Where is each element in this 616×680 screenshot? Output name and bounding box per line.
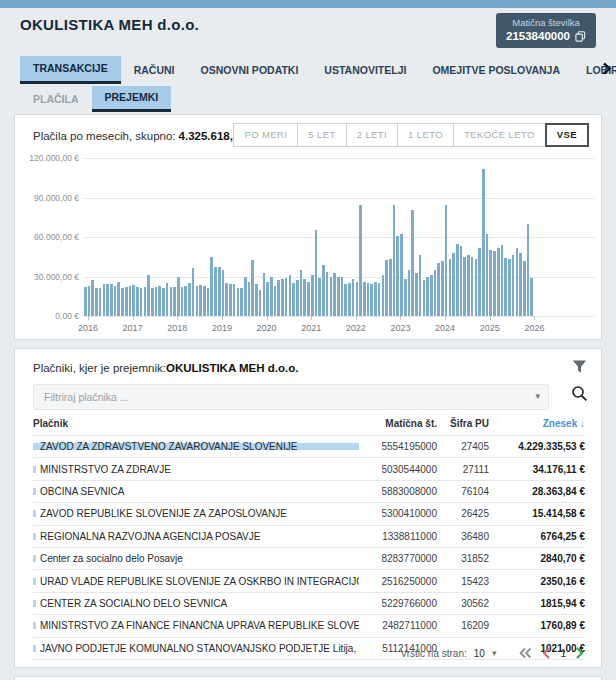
pager-current-page[interactable]: 1 — [560, 648, 566, 659]
range-button-2-leti[interactable]: 2 LETI — [346, 123, 398, 147]
payer-name: MINISTRSTVO ZA FINANCE FINANČNA UPRAVA R… — [40, 620, 359, 631]
y-axis-tick-label: 0,00 € — [17, 311, 79, 321]
payer-maticna: 5229766000 — [359, 598, 437, 609]
chart-bar — [408, 270, 411, 316]
chart-bar — [489, 250, 492, 316]
chart-bar — [389, 259, 392, 316]
payer-maticna: 8283770000 — [359, 553, 437, 564]
payer-name: MINISTRSTVO ZA ZDRAVJE — [40, 464, 171, 475]
table-row[interactable]: OBČINA SEVNICA58830080007610428.363,84 € — [33, 480, 585, 502]
chart-bar — [363, 282, 366, 316]
payers-title-recipient: OKULISTIKA MEH d.o.o. — [166, 362, 298, 374]
chart-bar — [170, 287, 173, 316]
table-row[interactable]: MINISTRSTVO ZA ZDRAVJE50305440002711134.… — [33, 457, 585, 479]
rows-per-page-value: 10 — [474, 648, 485, 659]
table-row[interactable]: ZAVOD ZA ZDRAVSTVENO ZAVAROVANJE SLOVENI… — [33, 435, 585, 457]
chart-bar — [396, 236, 399, 316]
x-axis-tick-label: 2024 — [435, 323, 455, 333]
x-axis-tick-label: 2017 — [123, 323, 143, 333]
table-row[interactable]: ZAVOD REPUBLIKE SLOVENIJE ZA ZAPOSLOVANJ… — [33, 502, 585, 524]
subtab-pla-ila[interactable]: PLAČILA — [20, 86, 92, 112]
payer-sifra-pu: 26425 — [437, 508, 489, 519]
payer-name: JAVNO PODJETJE KOMUNALNO STANOVANJSKO PO… — [40, 643, 359, 654]
chart-bar — [318, 278, 321, 316]
payer-amount: 2350,16 € — [489, 576, 585, 587]
range-button-5-let[interactable]: 5 LET — [297, 123, 346, 147]
table-row[interactable]: URAD VLADE REPUBLIKE SLOVENIJE ZA OSKRBO… — [33, 569, 585, 591]
chart-bar — [263, 273, 266, 316]
chart-bar — [400, 234, 403, 316]
next-section-edge — [14, 676, 602, 680]
payer-maticna: 2482711000 — [359, 620, 437, 631]
chart-bar — [117, 282, 120, 316]
table-row[interactable]: Center za socialno delo Posavje828377000… — [33, 547, 585, 569]
pager-prev-icon[interactable] — [541, 646, 552, 660]
range-button-vse[interactable]: VSE — [545, 123, 589, 147]
chart-bar — [504, 258, 507, 316]
chart-bar — [214, 267, 217, 316]
payer-filter-input[interactable] — [33, 384, 549, 410]
chart-bar — [255, 284, 258, 316]
column-header-sifra[interactable]: Šifra PU — [437, 418, 489, 429]
table-row[interactable]: MINISTRSTVO ZA FINANCE FINANČNA UPRAVA R… — [33, 614, 585, 636]
payer-amount: 2840,70 € — [489, 553, 585, 564]
sub-tab-bar: PLAČILAPREJEMKI — [20, 86, 171, 112]
chart-bar — [527, 224, 530, 316]
caret-down-icon[interactable]: ▾ — [535, 391, 540, 401]
chart-bar — [523, 261, 526, 316]
pagination-bar: Vrstic na stran: 10 ▾ 1 — [400, 646, 585, 660]
chart-bar — [151, 288, 154, 316]
payer-maticna: 1338811000 — [359, 531, 437, 542]
range-button-1-leto[interactable]: 1 LETO — [397, 123, 454, 147]
chart-bar — [300, 270, 303, 316]
payer-filter-field: ▾ — [33, 384, 549, 410]
payer-sifra-pu: 16209 — [437, 620, 489, 631]
tabs-scroll-right-icon[interactable] — [601, 61, 612, 80]
subtab-prejemki[interactable]: PREJEMKI — [92, 86, 172, 112]
filter-icon[interactable] — [572, 360, 587, 378]
copy-icon[interactable] — [575, 31, 586, 42]
tab-transakcije[interactable]: TRANSAKCIJE — [20, 56, 121, 84]
table-row[interactable]: REGIONALNA RAZVOJNA AGENCIJA POSAVJE1338… — [33, 525, 585, 547]
chart-bar — [460, 246, 463, 316]
x-axis-tick — [534, 316, 535, 320]
payer-name: REGIONALNA RAZVOJNA AGENCIJA POSAVJE — [40, 531, 260, 542]
amount-proportion-bar — [33, 622, 36, 629]
column-header-placnik[interactable]: Plačnik — [33, 418, 359, 429]
column-header-maticna[interactable]: Matična št. — [359, 418, 437, 429]
tab-ra-uni[interactable]: RAČUNI — [121, 56, 188, 84]
chart-plot — [83, 158, 595, 316]
sort-desc-icon: ↓ — [580, 418, 585, 429]
chart-bar — [352, 279, 355, 316]
payer-name: CENTER ZA SOCIALNO DELO SEVNICA — [40, 598, 227, 609]
chart-bar — [184, 286, 187, 316]
chart-gridline — [83, 316, 595, 317]
chart-bar — [248, 282, 251, 316]
chart-bar — [244, 277, 247, 317]
chart-bar — [463, 257, 466, 316]
column-header-znesek[interactable]: Znesek ↓ — [489, 418, 585, 429]
payer-sifra-pu: 31852 — [437, 553, 489, 564]
search-icon[interactable] — [571, 385, 588, 406]
amount-proportion-bar — [33, 645, 36, 652]
chart-bar — [493, 251, 496, 316]
chart-bar — [233, 284, 236, 316]
pager-first-icon[interactable] — [518, 646, 534, 660]
chart-bar — [181, 287, 184, 316]
tab-osnovni-podatki[interactable]: OSNOVNI PODATKI — [188, 56, 312, 84]
chart-bar — [478, 248, 481, 316]
range-button-po-meri[interactable]: PO MERI — [233, 123, 298, 147]
chart-bar — [155, 287, 158, 316]
chart-bar — [330, 277, 333, 317]
table-row[interactable]: CENTER ZA SOCIALNO DELO SEVNICA522976600… — [33, 592, 585, 614]
chart-bar — [456, 244, 459, 316]
rows-per-page-select[interactable]: ▾ — [492, 648, 497, 658]
tab-ustanovitelji[interactable]: USTANOVITELJI — [311, 56, 419, 84]
amount-proportion-bar — [33, 578, 36, 585]
x-axis-tick-label: 2026 — [524, 323, 544, 333]
pager-next-icon[interactable] — [574, 646, 585, 660]
range-button-teko-e-leto[interactable]: TEKOČE LETO — [453, 123, 546, 147]
chart-area: 120.000,00 €90.000,00 €60.000,00 €30.000… — [15, 151, 601, 337]
chart-bar — [467, 255, 470, 316]
tab-omejitve-poslovanja[interactable]: OMEJITVE POSLOVANJA — [419, 56, 573, 84]
